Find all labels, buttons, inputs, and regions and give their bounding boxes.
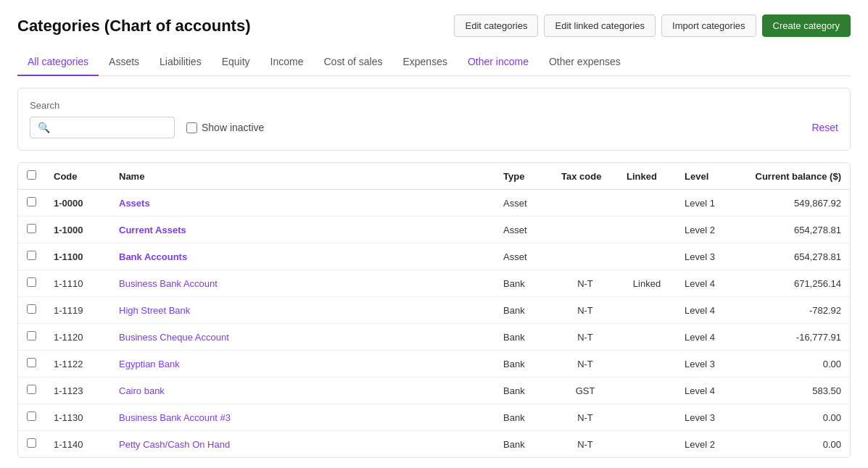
search-icon: 🔍: [38, 122, 50, 133]
row-balance: -16,777.91: [734, 324, 850, 351]
row-balance: 671,256.14: [734, 270, 850, 297]
row-checkbox-cell: [18, 297, 45, 324]
row-name[interactable]: Business Bank Account #3: [110, 404, 495, 431]
row-type: Bank: [495, 270, 553, 297]
row-code: 1-1120: [45, 324, 110, 351]
row-name[interactable]: Bank Accounts: [110, 243, 495, 270]
table-row: 1-1119High Street BankBankN-TLevel 4-782…: [18, 297, 850, 324]
reset-link[interactable]: Reset: [811, 122, 838, 133]
row-balance: 0.00: [734, 351, 850, 377]
row-name[interactable]: Business Bank Account: [110, 270, 495, 297]
row-balance: 549,867.92: [734, 190, 850, 217]
row-checkbox[interactable]: [27, 331, 36, 340]
table-row: 1-1110Business Bank AccountBankN-TLinked…: [18, 270, 850, 297]
tab-equity[interactable]: Equity: [212, 49, 260, 76]
import-categories-button[interactable]: Import categories: [661, 14, 756, 37]
header-actions: Edit categories Edit linked categories I…: [454, 14, 851, 37]
tab-other-expenses[interactable]: Other expenses: [539, 49, 631, 76]
row-balance: 0.00: [734, 431, 850, 458]
row-type: Bank: [495, 377, 553, 404]
show-inactive-label: Show inactive: [186, 122, 264, 133]
row-linked: [618, 324, 676, 351]
table-row: 1-1000Current AssetsAssetLevel 2654,278.…: [18, 217, 850, 243]
row-checkbox[interactable]: [27, 277, 36, 287]
row-code: 1-1110: [45, 270, 110, 297]
row-linked: [618, 377, 676, 404]
row-type: Asset: [495, 243, 553, 270]
row-checkbox-cell: [18, 217, 45, 243]
table-row: 1-1100Bank AccountsAssetLevel 3654,278.8…: [18, 243, 850, 270]
row-level: Level 3: [676, 404, 734, 431]
table-row: 1-1130Business Bank Account #3BankN-TLev…: [18, 404, 850, 431]
row-code: 1-1123: [45, 377, 110, 404]
row-code: 1-1140: [45, 431, 110, 458]
row-checkbox[interactable]: [27, 385, 36, 394]
row-linked: [618, 404, 676, 431]
table-row: 1-1120Business Cheque AccountBankN-TLeve…: [18, 324, 850, 351]
table-row: 1-1140Petty Cash/Cash On HandBankN-TLeve…: [18, 431, 850, 458]
row-tax-code: N-T: [553, 351, 618, 377]
select-all-checkbox[interactable]: [27, 170, 36, 180]
row-balance: -782.92: [734, 297, 850, 324]
tab-income[interactable]: Income: [260, 49, 314, 76]
row-checkbox[interactable]: [27, 251, 36, 260]
row-name[interactable]: Egyptian Bank: [110, 351, 495, 377]
search-row: 🔍 Show inactive Reset: [30, 117, 838, 138]
row-tax-code: N-T: [553, 270, 618, 297]
tab-all-categories[interactable]: All categories: [17, 49, 99, 76]
select-all-header: [18, 163, 45, 190]
col-header-balance: Current balance ($): [734, 163, 850, 190]
row-checkbox[interactable]: [27, 304, 36, 314]
show-inactive-checkbox[interactable]: [186, 122, 197, 133]
row-name[interactable]: Petty Cash/Cash On Hand: [110, 431, 495, 458]
table-row: 1-1123Cairo bankBankGSTLevel 4583.50: [18, 377, 850, 404]
row-checkbox[interactable]: [27, 197, 36, 206]
row-tax-code: [553, 190, 618, 217]
row-type: Bank: [495, 431, 553, 458]
tab-other-income[interactable]: Other income: [458, 49, 539, 76]
row-checkbox[interactable]: [27, 411, 36, 421]
tab-expenses[interactable]: Expenses: [392, 49, 457, 76]
create-category-button[interactable]: Create category: [762, 14, 851, 37]
row-level: Level 2: [676, 217, 734, 243]
row-type: Asset: [495, 190, 553, 217]
row-code: 1-1000: [45, 217, 110, 243]
row-tax-code: GST: [553, 377, 618, 404]
row-tax-code: N-T: [553, 324, 618, 351]
table-header-row: Code Name Type Tax code Linked Level Cur…: [18, 163, 850, 190]
edit-linked-categories-button[interactable]: Edit linked categories: [544, 14, 656, 37]
search-label: Search: [30, 100, 838, 111]
row-checkbox[interactable]: [27, 438, 36, 448]
row-name[interactable]: Current Assets: [110, 217, 495, 243]
tab-liabilities[interactable]: Liabilities: [149, 49, 212, 76]
row-level: Level 4: [676, 324, 734, 351]
row-code: 1-0000: [45, 190, 110, 217]
search-input-wrap: 🔍: [30, 117, 175, 138]
row-tax-code: [553, 217, 618, 243]
row-checkbox-cell: [18, 377, 45, 404]
row-linked: [618, 190, 676, 217]
row-type: Bank: [495, 297, 553, 324]
row-code: 1-1122: [45, 351, 110, 377]
row-level: Level 1: [676, 190, 734, 217]
row-type: Bank: [495, 324, 553, 351]
row-checkbox-cell: [18, 243, 45, 270]
row-level: Level 4: [676, 297, 734, 324]
table-row: 1-1122Egyptian BankBankN-TLevel 30.00: [18, 351, 850, 377]
row-name[interactable]: Business Cheque Account: [110, 324, 495, 351]
row-linked: [618, 351, 676, 377]
row-checkbox[interactable]: [27, 224, 36, 233]
row-name[interactable]: Cairo bank: [110, 377, 495, 404]
accounts-table-section: Code Name Type Tax code Linked Level Cur…: [17, 162, 851, 458]
edit-categories-button[interactable]: Edit categories: [454, 14, 538, 37]
row-checkbox[interactable]: [27, 358, 36, 367]
tab-assets[interactable]: Assets: [99, 49, 149, 76]
row-name[interactable]: High Street Bank: [110, 297, 495, 324]
accounts-table: Code Name Type Tax code Linked Level Cur…: [18, 163, 850, 457]
search-input[interactable]: [54, 122, 163, 133]
row-name[interactable]: Assets: [110, 190, 495, 217]
row-tax-code: [553, 243, 618, 270]
tab-cost-of-sales[interactable]: Cost of sales: [314, 49, 393, 76]
row-balance: 0.00: [734, 404, 850, 431]
row-checkbox-cell: [18, 324, 45, 351]
